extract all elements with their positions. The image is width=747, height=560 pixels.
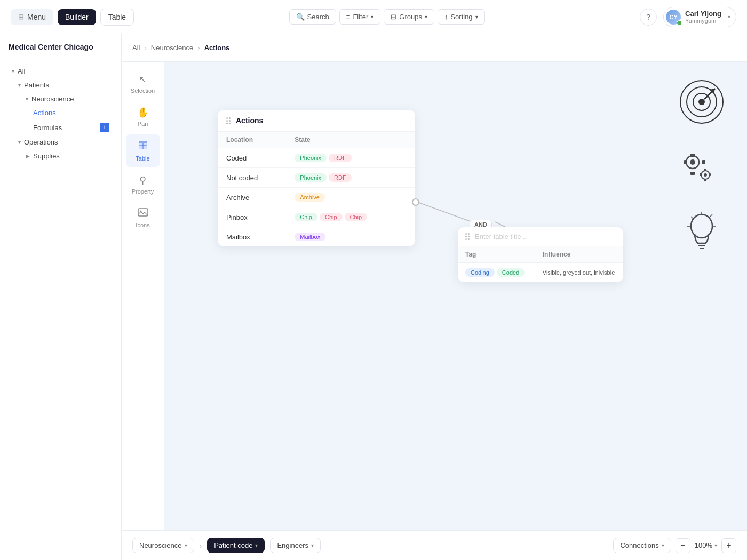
zoom-level: 100% ▾ [695, 541, 717, 549]
tag-table: Tag Influence CodingCodedVisible, greyed… [458, 246, 623, 282]
connections-button[interactable]: Connections ▾ [613, 538, 671, 553]
svg-rect-18 [684, 160, 687, 164]
breadcrumb-sep: › [197, 44, 200, 52]
table-button[interactable]: Table [100, 9, 134, 26]
chevron-down-icon: ▾ [425, 14, 427, 20]
chip: Coded [497, 268, 525, 277]
canvas-content: Actions Location State CodedPheonixRDFNo… [164, 62, 747, 530]
svg-rect-24 [700, 173, 702, 176]
tool-icons[interactable]: Icons [126, 202, 160, 234]
svg-rect-23 [704, 179, 706, 181]
table-icon [138, 140, 148, 153]
filter-icon: ≡ [346, 13, 351, 21]
chevron-down-icon: ▾ [728, 14, 730, 20]
tool-label: Icons [136, 222, 149, 228]
sidebar-item-operations[interactable]: ▾ Operations [3, 135, 118, 149]
cell-state: Mailbox [286, 227, 415, 247]
node-dot-right [412, 198, 419, 206]
tag-card-header: Enter table title... [458, 227, 623, 246]
connections-label: Connections [620, 541, 658, 549]
table-row: MailboxMailbox [218, 227, 415, 247]
svg-point-8 [680, 81, 723, 123]
cursor-icon: ↖ [139, 74, 147, 85]
pill-label: Patient code [214, 541, 252, 549]
cell-location: Mailbox [218, 227, 286, 247]
chevron-down-icon: ▾ [12, 68, 14, 74]
search-button[interactable]: 🔍 Search [289, 9, 336, 25]
breadcrumb-all[interactable]: All [132, 44, 140, 52]
svg-point-15 [690, 159, 695, 165]
chevron-down-icon: ▾ [714, 542, 717, 548]
svg-point-14 [686, 156, 699, 169]
sidebar-item-neuroscience[interactable]: ▾ Neuroscience [3, 92, 118, 106]
tool-selection[interactable]: ↖ Selection [126, 68, 160, 99]
zoom-in-button[interactable]: + [721, 538, 736, 553]
pill-label: Engineers [277, 541, 308, 549]
bottom-pill-patientcode[interactable]: Patient code ▾ [207, 538, 265, 553]
table-row: Not codedPhoenixRDF [218, 168, 415, 188]
chevron-right-icon: ▶ [26, 153, 30, 159]
menu-button[interactable]: ⊞ Menu [11, 9, 53, 25]
question-icon: ? [646, 13, 650, 21]
actions-table-card: Actions Location State CodedPheonixRDFNo… [218, 110, 415, 246]
svg-point-9 [687, 87, 717, 117]
sidebar-item-formulas[interactable]: Formulas + [3, 120, 118, 135]
chevron-down-icon: ▾ [371, 14, 374, 20]
cell-location: Archive [218, 188, 286, 207]
tool-property[interactable]: ⚲ Property [126, 169, 160, 200]
sidebar-item-all[interactable]: ▾ All [3, 65, 118, 78]
bottom-pill-neuroscience[interactable]: Neuroscience ▾ [132, 538, 194, 553]
groups-button[interactable]: ⊟ Groups ▾ [384, 9, 434, 25]
main-canvas: All › Neuroscience › Actions ↖ Selection… [122, 34, 747, 560]
bottom-right: Connections ▾ − 100% ▾ + [613, 538, 736, 553]
table-row: CodedPheonixRDF [218, 148, 415, 168]
user-pill[interactable]: CY Carl Yijong Yummygum ▾ [663, 7, 736, 27]
tool-pan[interactable]: ✋ Pan [126, 101, 160, 132]
drag-handle[interactable] [465, 233, 471, 240]
filter-button[interactable]: ≡ Filter ▾ [339, 9, 380, 25]
cell-state: PheonixRDF [286, 148, 415, 168]
tool-table[interactable]: Table [126, 134, 160, 167]
breadcrumb-neuroscience[interactable]: Neuroscience [151, 44, 194, 52]
svg-point-10 [693, 93, 710, 110]
svg-rect-16 [690, 154, 695, 157]
sidebar-item-label: Formulas [33, 124, 62, 132]
builder-button[interactable]: Builder [58, 9, 96, 25]
sidebar-item-supplies[interactable]: ▶ Supplies [3, 149, 118, 163]
chip: Phoenix [295, 173, 327, 182]
sidebar-item-label: Actions [33, 109, 56, 117]
tag-title-placeholder[interactable]: Enter table title... [475, 233, 527, 241]
svg-rect-25 [709, 173, 711, 176]
help-button[interactable]: ? [640, 9, 657, 26]
zoom-value: 100% [695, 541, 712, 549]
property-icon: ⚲ [139, 174, 146, 186]
sidebar: Medical Center Chicago ▾ All ▾ Patients … [0, 34, 122, 560]
chevron-down-icon: ▾ [311, 542, 314, 548]
sidebar-item-patients[interactable]: ▾ Patients [3, 78, 118, 92]
avatar-badge [677, 20, 682, 26]
user-org: Yummygum [685, 18, 721, 24]
drag-handle[interactable] [226, 117, 232, 124]
sorting-button[interactable]: ↕ Sorting ▾ [438, 9, 485, 25]
cell-location: Coded [218, 148, 286, 168]
breadcrumb: All › Neuroscience › Actions [122, 34, 747, 62]
avatar: CY [666, 10, 681, 25]
cell-state: Archive [286, 188, 415, 207]
chevron-down-icon: ▾ [18, 139, 21, 145]
col-location: Location [218, 132, 286, 148]
sidebar-title: Medical Center Chicago [0, 43, 121, 59]
hand-icon: ✋ [137, 107, 149, 118]
chevron-down-icon: ▾ [475, 14, 478, 20]
chevron-down-icon: ▾ [18, 82, 21, 88]
sidebar-item-label: Operations [24, 138, 58, 146]
add-formula-button[interactable]: + [100, 123, 109, 132]
filter-label: Filter [353, 13, 368, 21]
bottom-pill-engineers[interactable]: Engineers ▾ [270, 538, 321, 553]
sidebar-item-actions[interactable]: Actions [3, 106, 118, 119]
table-row: PinboxChipChipChip [218, 207, 415, 227]
chip: Archive [295, 193, 325, 202]
svg-line-33 [691, 217, 693, 219]
zoom-out-button[interactable]: − [676, 538, 690, 553]
chip: RDF [329, 173, 352, 182]
chevron-down-icon: ▾ [26, 96, 28, 102]
